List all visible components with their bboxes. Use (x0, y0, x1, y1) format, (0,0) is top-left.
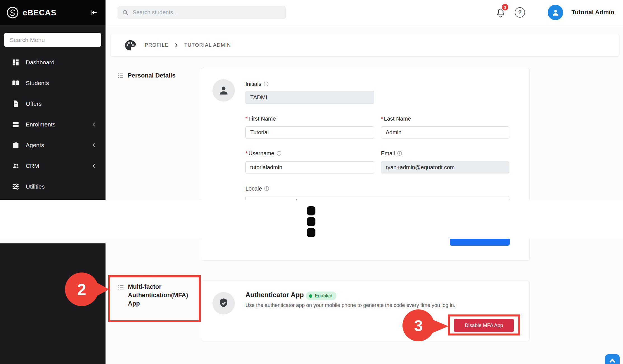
personal-details-card-bottom (201, 239, 530, 261)
status-label: Enabled (315, 293, 332, 299)
ebecas-profile-page: eBECAS Dashboard Students Offers (0, 0, 623, 364)
last-name-field[interactable] (381, 126, 509, 138)
annotation-step-3: 3 (402, 309, 434, 341)
sidebar-search-input[interactable] (9, 36, 96, 44)
palette-icon (124, 39, 136, 51)
collapse-sidebar-icon (89, 8, 98, 17)
sidebar-item-label: Enrolments (26, 121, 55, 128)
update-button-partial[interactable] (450, 239, 510, 246)
student-search-input[interactable] (132, 9, 281, 16)
sidebar-item-label: Dashboard (26, 59, 55, 66)
section-title-line: App (128, 299, 188, 308)
topbar: 3 Tutorial Admin (106, 0, 623, 25)
status-dot-icon (309, 294, 312, 298)
sidebar: eBECAS Dashboard Students Offers (0, 0, 106, 201)
sidebar-item-enrolments[interactable]: Enrolments (0, 114, 106, 135)
personal-details-card: Initials * First Name * Last Name * User… (201, 68, 530, 201)
sidebar-item-label: CRM (26, 163, 39, 169)
email-label: Email (381, 150, 402, 157)
sidebar-item-label: Utilities (26, 183, 45, 190)
students-icon (12, 79, 20, 87)
offers-icon (12, 100, 20, 108)
truncation-dot (307, 217, 315, 226)
info-icon[interactable] (264, 81, 269, 86)
search-icon (122, 9, 129, 16)
chevron-left-icon (91, 121, 97, 128)
sidebar-menu: Dashboard Students Offers Enrolments Age… (0, 52, 106, 197)
sidebar-item-label: Students (26, 80, 49, 86)
shield-icon (218, 297, 229, 309)
truncation-dot (307, 228, 315, 237)
status-badge: Enabled (306, 292, 336, 300)
student-search[interactable] (118, 6, 286, 19)
info-icon[interactable] (264, 186, 269, 191)
mfa-description: Use the authenticator app on your mobile… (245, 302, 455, 308)
person-icon (217, 84, 230, 97)
sidebar-item-label: Offers (26, 100, 42, 107)
last-name-label: * Last Name (381, 115, 411, 122)
chevron-right-icon (174, 43, 179, 48)
info-icon[interactable] (277, 151, 282, 156)
list-icon (118, 72, 124, 79)
locale-label: Locale (245, 185, 269, 192)
crm-icon (12, 162, 20, 170)
section-title-line: Multi-factor (128, 283, 188, 291)
personal-details-section-label: Personal Details (118, 71, 175, 80)
email-field (381, 161, 509, 173)
mfa-section-label: Multi-factor Authentication(MFA) App (118, 283, 188, 308)
sidebar-item-label: Agents (26, 142, 44, 149)
annotation-arrow (431, 319, 448, 334)
app-title: eBECAS (23, 8, 57, 17)
user-avatar[interactable] (548, 5, 563, 20)
collapse-sidebar-button[interactable] (88, 7, 99, 18)
sidebar-item-agents[interactable]: Agents (0, 135, 106, 156)
required-marker: * (381, 116, 383, 122)
user-icon (551, 8, 560, 17)
breadcrumb-page: TUTORIAL ADMIN (184, 42, 231, 48)
required-marker: * (245, 150, 248, 157)
sidebar-item-utilities[interactable]: Utilities (0, 176, 106, 197)
enrolments-icon (12, 121, 20, 128)
initials-label: Initials (245, 80, 269, 88)
sidebar-search[interactable] (4, 33, 101, 47)
ebecas-logo-icon (6, 6, 19, 19)
sidebar-item-offers[interactable]: Offers (0, 93, 106, 114)
chevron-left-icon (91, 142, 97, 148)
sidebar-item-students[interactable]: Students (0, 73, 106, 93)
list-icon (118, 284, 124, 290)
chevron-left-icon (91, 163, 97, 169)
utilities-icon (12, 183, 20, 191)
mfa-title: Authenticator App (245, 291, 304, 299)
truncation-dot (307, 206, 315, 215)
annotation-step-2: 2 (65, 273, 99, 306)
sidebar-item-dashboard[interactable]: Dashboard (0, 52, 106, 73)
profile-avatar (212, 79, 235, 102)
notification-count-badge: 3 (501, 3, 509, 11)
sidebar-item-crm[interactable]: CRM (0, 156, 106, 176)
chat-icon (608, 357, 617, 364)
breadcrumb: PROFILE TUTORIAL ADMIN (110, 34, 619, 57)
help-button[interactable] (515, 7, 525, 18)
sidebar-header: eBECAS (0, 0, 106, 25)
info-icon[interactable] (397, 151, 402, 156)
highlight-box-disable-button (448, 314, 520, 335)
user-name[interactable]: Tutorial Admin (572, 9, 614, 16)
breadcrumb-section[interactable]: PROFILE (145, 42, 168, 48)
username-field[interactable] (245, 161, 374, 173)
required-marker: * (245, 116, 248, 122)
username-label: * Username (245, 150, 282, 157)
first-name-field[interactable] (245, 126, 374, 138)
initials-field (245, 91, 374, 104)
annotation-arrow (95, 282, 109, 297)
mfa-shield-avatar (212, 292, 235, 314)
first-name-label: * First Name (245, 115, 276, 122)
section-title-line: Authentication(MFA) (128, 291, 188, 299)
dashboard-icon (12, 58, 20, 66)
agents-icon (12, 141, 20, 149)
chat-launcher-button[interactable] (605, 354, 620, 364)
section-title: Personal Details (128, 71, 175, 80)
